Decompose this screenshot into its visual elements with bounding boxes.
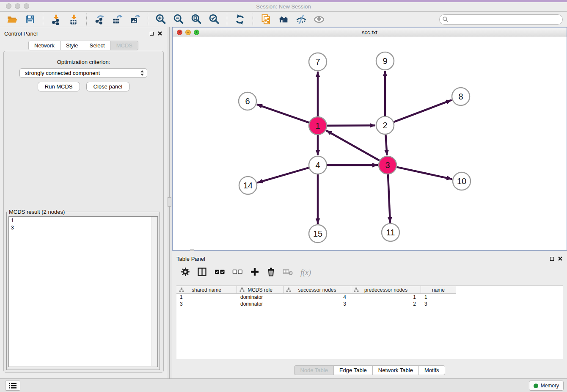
- network-canvas[interactable]: 7968124314101511: [173, 37, 567, 250]
- network-graph[interactable]: 7968124314101511: [173, 37, 567, 250]
- column-header-shared-name[interactable]: shared name: [176, 286, 237, 294]
- toolbar-separator: [86, 14, 87, 25]
- delete-table-button[interactable]: [283, 268, 293, 278]
- graph-edge-2-3[interactable]: [385, 135, 387, 155]
- column-header-mcds-role[interactable]: MCDS role: [237, 286, 284, 294]
- float-panel-icon[interactable]: [150, 32, 154, 36]
- clone-network-button[interactable]: [259, 13, 272, 26]
- zoom-selected-icon: [209, 14, 220, 25]
- node-table: shared name MCDS role successor nodes pr…: [176, 285, 563, 359]
- tab-motifs[interactable]: Motifs: [418, 365, 445, 375]
- select-all-button[interactable]: [215, 268, 225, 277]
- status-bar: Memory: [0, 378, 567, 392]
- criterion-select[interactable]: strongly connected component: [19, 68, 147, 78]
- export-network-icon: [94, 14, 105, 25]
- tab-network-table[interactable]: Network Table: [372, 365, 419, 375]
- trash-icon: [267, 267, 275, 276]
- close-panel-icon[interactable]: [558, 256, 563, 261]
- toolbar-separator: [227, 14, 227, 25]
- column-header-successor-nodes[interactable]: successor nodes: [284, 286, 351, 294]
- maximize-frame-button[interactable]: +: [194, 30, 199, 35]
- memory-button[interactable]: Memory: [529, 381, 564, 391]
- table-header-row: shared name MCDS role successor nodes pr…: [176, 286, 563, 294]
- import-table-button[interactable]: [67, 13, 80, 26]
- table-settings-button[interactable]: [181, 267, 190, 278]
- tree-icon: [179, 287, 184, 293]
- graph-node-label-2: 2: [383, 121, 387, 130]
- column-header-predecessor-nodes[interactable]: predecessor nodes: [351, 286, 421, 294]
- graph-edge-3-1[interactable]: [326, 130, 380, 160]
- vertical-splitter[interactable]: [167, 27, 172, 378]
- export-network-button[interactable]: [93, 13, 106, 26]
- tab-mcds[interactable]: MCDS: [110, 41, 138, 50]
- zoom-fit-icon: [191, 14, 202, 25]
- list-icon: [8, 382, 17, 389]
- tree-icon: [354, 287, 359, 293]
- eye-icon: [313, 14, 325, 25]
- hide-selected-button[interactable]: [295, 13, 308, 26]
- horizontal-splitter-grip[interactable]: [190, 249, 194, 251]
- import-network-button[interactable]: [50, 13, 62, 26]
- column-header-name[interactable]: name: [421, 286, 456, 294]
- close-panel-button[interactable]: Close panel: [86, 82, 130, 91]
- float-panel-icon[interactable]: [550, 257, 554, 261]
- graph-node-label-8: 8: [458, 92, 463, 101]
- network-window-titlebar[interactable]: scc.txt × − +: [173, 28, 567, 37]
- graph-node-label-9: 9: [383, 56, 387, 66]
- zoom-out-button[interactable]: [172, 13, 185, 26]
- minimize-frame-button[interactable]: −: [185, 30, 191, 35]
- graph-edge-1-6[interactable]: [257, 105, 309, 123]
- result-line: 1: [11, 217, 155, 224]
- graph-node-label-15: 15: [313, 229, 322, 238]
- refresh-button[interactable]: [234, 13, 246, 26]
- mcds-result-text[interactable]: 1 3: [8, 216, 158, 367]
- graph-edge-2-8[interactable]: [394, 100, 452, 122]
- zoom-in-button[interactable]: [154, 13, 167, 26]
- network-window-controls[interactable]: × − +: [177, 30, 199, 35]
- control-panel-tabs: Network Style Select MCDS: [0, 41, 167, 50]
- delete-table-icon: [283, 268, 293, 276]
- table-row[interactable]: 3 dominator 3 2 3: [176, 301, 563, 307]
- unselect-all-button[interactable]: [232, 268, 243, 277]
- add-row-button[interactable]: [250, 267, 259, 278]
- show-hidden-button[interactable]: [313, 13, 325, 26]
- graph-edge-3-10[interactable]: [396, 167, 452, 179]
- criterion-value: strongly connected component: [25, 70, 100, 76]
- export-image-button[interactable]: [129, 13, 141, 26]
- tab-edge-table[interactable]: Edge Table: [333, 365, 373, 375]
- first-neighbors-button[interactable]: [277, 13, 290, 26]
- open-session-button[interactable]: [6, 13, 19, 26]
- optimization-criterion-label: Optimization criterion:: [4, 59, 163, 65]
- tab-style[interactable]: Style: [60, 41, 84, 50]
- control-panel-title: Control Panel: [4, 30, 38, 37]
- network-window-title: scc.txt: [173, 29, 567, 36]
- function-builder-button[interactable]: f(x): [300, 268, 311, 277]
- window-title: Session: New Session: [0, 3, 567, 10]
- save-session-button[interactable]: [24, 13, 36, 26]
- result-scrollbar[interactable]: [151, 217, 157, 366]
- import-network-icon: [50, 14, 61, 25]
- mcds-result-group: MCDS result (2 nodes) 1 3: [6, 209, 160, 370]
- zoom-fit-button[interactable]: [190, 13, 203, 26]
- table-tabs: Node Table Edge Table Network Table Moti…: [172, 365, 567, 375]
- graph-node-label-3: 3: [385, 160, 390, 170]
- graph-edge-3-11[interactable]: [388, 174, 390, 223]
- graph-edge-4-14[interactable]: [257, 168, 309, 182]
- run-mcds-button[interactable]: Run MCDS: [38, 82, 80, 91]
- window-titlebar: Session: New Session: [0, 0, 567, 12]
- search-input[interactable]: [439, 14, 563, 25]
- zoom-selected-button[interactable]: [208, 13, 220, 26]
- export-table-button[interactable]: [111, 13, 124, 26]
- tab-node-table[interactable]: Node Table: [294, 365, 334, 375]
- memory-status-icon: [534, 384, 538, 388]
- close-frame-button[interactable]: ×: [177, 30, 182, 35]
- delete-row-button[interactable]: [267, 267, 275, 278]
- tab-network[interactable]: Network: [28, 41, 61, 50]
- tab-select[interactable]: Select: [84, 41, 111, 50]
- task-history-button[interactable]: [5, 381, 20, 391]
- splitter-grip[interactable]: [168, 197, 171, 207]
- graph-edge-1-2[interactable]: [327, 125, 375, 126]
- show-columns-button[interactable]: [197, 267, 207, 278]
- table-row[interactable]: 1 dominator 4 1 1: [176, 294, 563, 301]
- close-panel-icon[interactable]: [157, 31, 162, 36]
